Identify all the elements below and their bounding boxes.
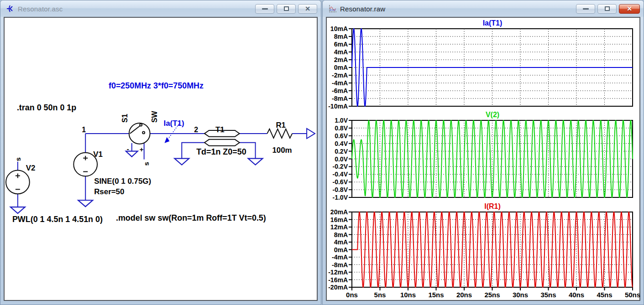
v2-value: PWL(0 1 4.5n 1 4.51n 0): [12, 215, 103, 224]
x-tick-label: 0ns: [346, 291, 358, 299]
t1-ref: T1: [215, 125, 225, 134]
y-tick-label: 4mA: [327, 48, 348, 56]
s1-model: SW: [151, 111, 158, 123]
y-tick-label: -8mA: [327, 261, 348, 269]
ltspice-schematic-icon: [6, 4, 15, 13]
v2-ref: V2: [26, 164, 36, 172]
trace-title-I(R1)[interactable]: I(R1): [351, 202, 634, 211]
y-tick-label: 0mA: [327, 246, 348, 253]
restore-icon: [605, 6, 610, 11]
y-tick-label: 12mA: [327, 223, 348, 231]
close-icon: ✕: [627, 5, 632, 12]
schematic-titlebar[interactable]: Resonator.asc ✕: [0, 0, 321, 17]
v1-series: Rser=50: [94, 187, 124, 196]
v2-net-label: s: [14, 157, 22, 161]
waveform-plot-Ia(T1)[interactable]: [348, 28, 634, 110]
s1-minus: -: [127, 145, 129, 153]
x-tick-label: 5ns: [374, 291, 386, 299]
minimize-icon: [583, 8, 589, 10]
minimize-icon: [262, 8, 268, 10]
waveform-plot-V(2)[interactable]: [348, 120, 634, 202]
x-tick-label: 45ns: [597, 291, 612, 299]
close-icon: ✕: [305, 5, 310, 12]
y-tick-label: -0.2V: [327, 163, 348, 170]
window-title: Resonator.raw: [340, 5, 385, 13]
schematic-canvas[interactable]: f0=250MHz 3*f0=750MHz .tran 0 50n 0 1p .…: [4, 17, 318, 301]
component-r1[interactable]: [267, 129, 292, 138]
waveform-plot-icon: [328, 4, 337, 13]
waveform-viewer[interactable]: Ia(T1)10mA8mA6mA4mA2mA0mA-2mA-4mA-6mA-8m…: [326, 17, 640, 301]
x-tick-label: 25ns: [484, 291, 500, 299]
minimize-button[interactable]: [576, 4, 595, 14]
waveform-window: Resonator.raw ✕ Ia(T1)10mA8mA6mA4mA2mA0m…: [322, 0, 644, 305]
wires[interactable]: [18, 134, 307, 207]
restore-button[interactable]: [277, 4, 296, 14]
x-tick-label: 30ns: [513, 291, 528, 299]
close-button[interactable]: ✕: [298, 4, 317, 14]
y-tick-label: 2mA: [327, 56, 348, 63]
y-tick-label: -0.8V: [327, 186, 348, 193]
waveform-titlebar[interactable]: Resonator.raw ✕: [323, 0, 644, 17]
y-tick-label: -16mA: [327, 276, 348, 284]
y-tick-label: 20mA: [327, 208, 348, 216]
close-button[interactable]: ✕: [619, 4, 640, 14]
y-tick-label: -6mA: [327, 87, 348, 94]
y-tick-label: 0.6V: [327, 132, 348, 140]
probe-label[interactable]: Ia(T1): [163, 119, 184, 128]
x-tick-label: 15ns: [428, 291, 444, 299]
y-tick-label: -20mA: [327, 284, 348, 291]
y-tick-label: 0.2V: [327, 148, 348, 155]
minimize-button[interactable]: [255, 4, 274, 14]
x-tick-label: 35ns: [540, 291, 556, 299]
node-label-2: 2: [194, 126, 198, 134]
y-tick-label: -10mA: [327, 103, 348, 110]
y-tick-label: -4mA: [327, 79, 348, 87]
trace-title-Ia(T1)[interactable]: Ia(T1): [351, 19, 634, 28]
x-tick-label: 20ns: [456, 291, 472, 299]
restore-icon: [284, 6, 289, 11]
y-tick-label: 0mA: [327, 64, 348, 71]
component-v2[interactable]: [6, 171, 30, 194]
y-tick-label: 0.0V: [327, 155, 348, 163]
y-tick-label: -12mA: [327, 269, 348, 276]
y-tick-label: 4mA: [327, 238, 348, 246]
y-tick-label: -1.0V: [327, 194, 348, 201]
s1-plus: +: [140, 145, 144, 153]
x-axis-labels: 0ns5ns10ns15ns20ns25ns30ns35ns40ns45ns50…: [327, 291, 639, 301]
x-tick-label: 50ns: [625, 291, 640, 299]
component-s1[interactable]: [129, 123, 150, 144]
restore-button[interactable]: [597, 4, 617, 14]
freq-annotation: f0=250MHz 3*f0=750MHz: [109, 81, 204, 90]
y-tick-label: 10mA: [327, 25, 348, 32]
y-tick-label: -4mA: [327, 253, 348, 261]
s1-ref: S1: [121, 114, 129, 123]
y-tick-label: 0.4V: [327, 140, 348, 147]
s1-net-label: s: [142, 162, 150, 165]
v1-value: SINE(0 1 0.75G): [94, 177, 151, 186]
y-tick-label: 8mA: [327, 231, 348, 238]
y-tick-label: 1.0V: [327, 117, 348, 124]
x-tick-label: 40ns: [569, 291, 584, 299]
output-port[interactable]: [307, 129, 315, 139]
y-tick-label: 8mA: [327, 33, 348, 40]
trace-title-V(2)[interactable]: V(2): [351, 110, 634, 119]
node-label-1: 1: [82, 126, 86, 134]
r1-value: 100m: [272, 146, 292, 155]
x-tick-label: 10ns: [400, 291, 416, 299]
t1-value: Td=1n Z0=50: [196, 147, 246, 156]
y-tick-label: 16mA: [327, 216, 348, 223]
model-directive[interactable]: .model sw sw(Ron=1m Roff=1T Vt=0.5): [116, 213, 266, 222]
y-tick-label: -0.6V: [327, 178, 348, 186]
y-tick-label: 6mA: [327, 41, 348, 48]
y-tick-label: -8mA: [327, 95, 348, 102]
window-title: Resonator.asc: [18, 5, 63, 13]
tran-directive[interactable]: .tran 0 50n 0 1p: [17, 103, 76, 112]
waveform-plot-I(R1)[interactable]: [348, 212, 634, 291]
schematic-window: Resonator.asc ✕: [0, 0, 321, 305]
schematic-drawing[interactable]: f0=250MHz 3*f0=750MHz .tran 0 50n 0 1p .…: [5, 18, 317, 300]
r1-ref: R1: [276, 121, 286, 129]
y-tick-label: -2mA: [327, 72, 348, 79]
y-tick-label: 0.8V: [327, 124, 348, 132]
y-tick-label: -0.4V: [327, 171, 348, 178]
v1-ref: V1: [93, 150, 103, 159]
